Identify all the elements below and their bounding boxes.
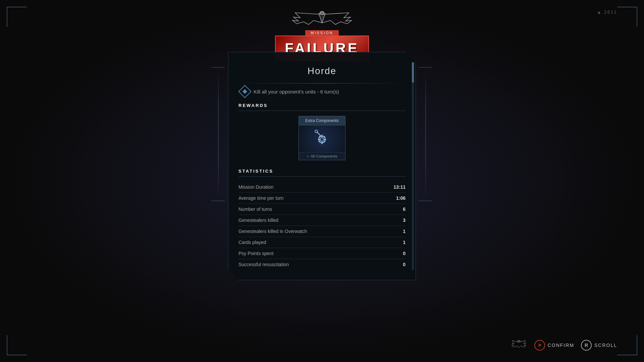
scroll-track[interactable] [412,62,414,270]
stat-label: Successful resuscitation [238,262,289,267]
objective-text: Kill all your opponent's units - 6 turn(… [254,89,339,95]
stat-value: 0 [403,262,406,267]
statistics-section-label: STATISTICS [238,169,406,177]
stat-row: Genestealers killed3 [238,215,406,226]
corner-decoration-tl [7,7,27,27]
rewards-section-label: REWARDS [238,103,406,111]
stat-row: Psy Points spent0 [238,248,406,259]
scroll-button[interactable]: R SCROLL [581,340,617,351]
stat-label: Mission Duration [238,184,273,190]
stat-label: Psy Points spent [238,251,273,256]
stat-value: 1 [403,229,406,234]
content-panel-outer: Horde Kill all your opponent's units - 6… [228,52,416,280]
stat-row: Genestealers killed in Overwatch1 [238,226,406,237]
stat-label: Genestealers killed in Overwatch [238,229,307,234]
svg-rect-4 [321,141,323,144]
side-decoration-left [218,67,219,201]
corner-decoration-tr [617,7,637,27]
svg-point-2 [320,138,324,141]
confirm-button[interactable]: ✕ CONFIRM [534,340,574,351]
stat-value: 6 [403,206,406,212]
side-decoration-right [425,67,426,201]
svg-point-13 [518,340,520,342]
scroll-button-icon: R [581,340,592,351]
stat-value: 1:06 [396,195,406,201]
scroll-button-label: SCROLL [594,343,617,348]
content-panel-inner: Horde Kill all your opponent's units - 6… [228,52,416,280]
objective-icon [238,85,252,98]
main-panel: Horde Kill all your opponent's units - 6… [228,52,416,280]
reward-card-title: Extra Components [299,116,345,125]
reward-card: Extra Components [299,116,345,160]
svg-rect-6 [323,139,326,140]
stat-label: Cards played [238,240,266,245]
stat-value: 3 [403,218,406,223]
stat-row: Successful resuscitation0 [238,259,406,270]
reward-card-image [299,125,345,152]
scroll-thumb[interactable] [412,62,414,82]
corner-decoration-br [617,335,637,355]
svg-point-0 [320,11,324,14]
stat-row: Mission Duration13:11 [238,182,406,193]
mission-label: MISSION [305,30,338,36]
stat-row: Cards played1 [238,237,406,248]
reward-card-value: + -50 Components [299,152,345,160]
top-right-label: ▲ 2611 [597,9,617,15]
separator-title [238,83,406,83]
eagle-logo [292,10,352,30]
confirm-button-icon: ✕ [534,340,545,351]
svg-rect-5 [318,139,321,140]
corner-decoration-bl [7,335,27,355]
bottom-bar: ✕ CONFIRM R SCROLL [511,339,617,352]
stat-value: 1 [403,240,406,245]
stat-label: Number of turns [238,206,272,212]
svg-point-12 [315,130,318,133]
objective-icon-inner [243,89,247,94]
stat-row: Number of turns6 [238,204,406,215]
stat-label: Average time per turn [238,195,283,201]
objective-line: Kill all your opponent's units - 6 turn(… [238,87,406,96]
rewards-container: Extra Components [238,116,406,160]
stats-container: Mission Duration13:11Average time per tu… [238,182,406,270]
confirm-button-label: CONFIRM [548,343,574,348]
stat-value: 13:11 [393,184,406,190]
bottom-logo [511,339,528,352]
stat-value: 0 [403,251,406,256]
stat-label: Genestealers killed [238,218,278,223]
mission-title: Horde [238,66,406,76]
stat-row: Average time per turn1:06 [238,193,406,204]
